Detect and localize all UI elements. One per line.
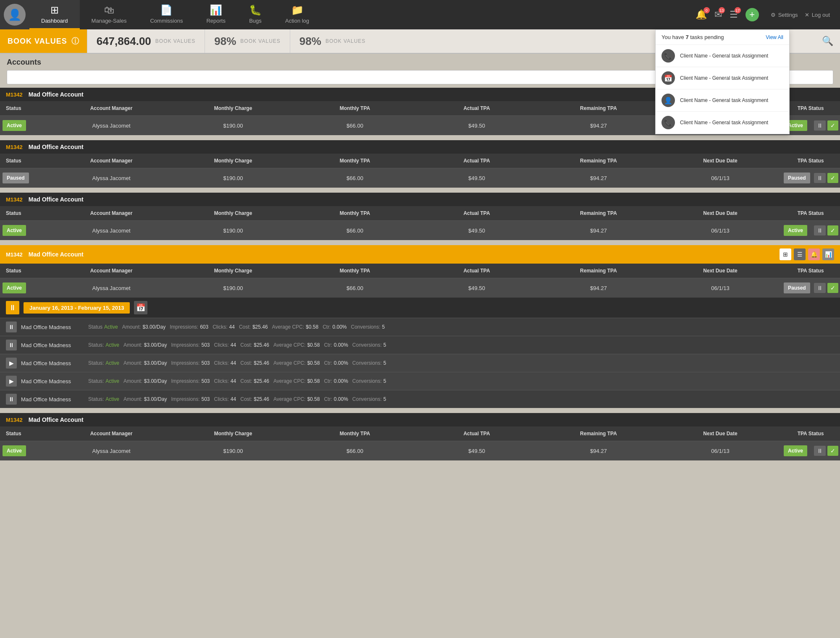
task-text-0: Client Name - General task Assignment <box>680 53 768 59</box>
user-avatar[interactable]: 👤 <box>0 0 29 29</box>
campaign-pause-btn-0[interactable]: ⏸ <box>6 322 17 332</box>
chart-btn[interactable]: 📊 <box>822 248 834 260</box>
th-actual-tpa-1: Actual TPA <box>416 156 538 165</box>
book-info-icon[interactable]: ⓘ <box>71 36 79 46</box>
th-monthly-tpa-0: Monthly TPA <box>294 104 416 113</box>
check-row-btn-1[interactable]: ✓ <box>827 173 838 183</box>
date-range-label: January 16, 2013 - February 15, 2013 <box>24 302 130 314</box>
check-row-btn-2[interactable]: ✓ <box>827 225 838 235</box>
pause-row-btn-0[interactable]: ⏸ <box>814 120 826 131</box>
dropdown-header: You have 7 tasks pending View All <box>656 30 789 45</box>
pause-row-btn-2[interactable]: ⏸ <box>814 225 826 235</box>
logout-link[interactable]: ✕ Log out <box>805 12 830 18</box>
table-header-2: Status Account Manager Monthly Charge Mo… <box>0 206 840 220</box>
th-manager-4: Account Manager <box>50 429 172 438</box>
nav-right-area: 🔔 0 ✉ 13 ☰ 17 + ⚙ Settings ✕ Log out <box>696 0 840 29</box>
th-monthly-tpa-3: Monthly TPA <box>294 266 416 275</box>
account-header-2[interactable]: M1342 Mad Office Account <box>0 193 840 206</box>
pause-row-btn-1[interactable]: ⏸ <box>814 173 826 183</box>
book-pct-2: 98% <box>299 35 321 48</box>
row-actions-0: ⏸ ✓ <box>814 120 838 131</box>
list-view-btn[interactable]: ☰ <box>794 248 806 260</box>
td-actual-tpa-0: $49.50 <box>416 116 538 135</box>
td-remaining-tpa-3: $94.27 <box>538 278 659 298</box>
accounts-list: M1342 Mad Office Account Status Account … <box>0 88 840 460</box>
campaign-name-1: Mad Office Madness <box>21 342 84 348</box>
task-item-2[interactable]: 👤 Client Name - General task Assignment <box>656 89 789 112</box>
campaign-row-0: ⏸ Mad Office Madness Status Active Amoun… <box>0 318 840 336</box>
list-icon[interactable]: ☰ 17 <box>730 9 738 20</box>
account-name-0: Mad Office Account <box>29 91 84 98</box>
check-row-btn-0[interactable]: ✓ <box>827 120 838 131</box>
th-manager-2: Account Manager <box>50 209 172 218</box>
table-header-1: Status Account Manager Monthly Charge Mo… <box>0 154 840 168</box>
nav-item-manage-sales[interactable]: 🛍 Manage-Sales <box>80 0 139 29</box>
task-item-3[interactable]: 📞 Client Name - General task Assignment <box>656 112 789 134</box>
tasks-dropdown: You have 7 tasks pending View All 📞 Clie… <box>655 29 790 134</box>
nav-item-dashboard[interactable]: ⊞ Dashboard <box>29 0 80 29</box>
nav-item-commissions[interactable]: 📄 Commissions <box>138 0 194 29</box>
top-search-button[interactable]: 🔍 <box>822 36 833 47</box>
td-tpa-status-2: Active ⏸ ✓ <box>781 221 840 240</box>
account-header-1[interactable]: M1342 Mad Office Account <box>0 140 840 154</box>
check-row-btn-4[interactable]: ✓ <box>827 446 838 456</box>
book-sub-2: BOOK VALUES <box>326 38 365 44</box>
campaign-row-4: ⏸ Mad Office Madness Status:Active Amoun… <box>0 390 840 408</box>
manage-sales-icon: 🛍 <box>104 4 114 16</box>
settings-label: Settings <box>778 12 798 18</box>
campaign-row-1: ⏸ Mad Office Madness Status: Active Amou… <box>0 336 840 354</box>
nav-item-action-log[interactable]: 📁 Action log <box>273 0 321 29</box>
grid-view-btn[interactable]: ⊞ <box>780 248 791 260</box>
date-pause-btn[interactable]: ⏸ <box>6 301 19 314</box>
td-actual-tpa-2: $49.50 <box>416 221 538 240</box>
table-header-3: Status Account Manager Monthly Charge Mo… <box>0 264 840 278</box>
th-status-3: Status <box>0 266 50 275</box>
pause-row-btn-4[interactable]: ⏸ <box>814 446 826 456</box>
td-manager-3: Alyssa Jacomet <box>50 278 172 298</box>
th-status-0: Status <box>0 104 50 113</box>
th-charge-0: Monthly Charge <box>172 104 294 113</box>
campaign-stat-conv-0: Conversions: 5 <box>351 324 385 330</box>
campaign-play-btn-3[interactable]: ▶ <box>6 376 17 387</box>
td-tpa-status-3: Paused ⏸ ✓ <box>781 278 840 298</box>
campaign-pause-btn-1[interactable]: ⏸ <box>6 340 17 350</box>
settings-link[interactable]: ⚙ Settings <box>771 12 798 18</box>
td-tpa-status-4: Active ⏸ ✓ <box>781 441 840 460</box>
campaign-pause-btn-4[interactable]: ⏸ <box>6 394 17 405</box>
email-icon[interactable]: ✉ 13 <box>714 9 722 20</box>
account-name-1: Mad Office Account <box>29 144 84 150</box>
th-status-1: Status <box>0 156 50 165</box>
alert-btn[interactable]: 🔔 <box>808 248 820 260</box>
account-header-4[interactable]: M1342 Mad Office Account <box>0 413 840 426</box>
status-badge-3: Active <box>3 282 26 293</box>
logout-icon: ✕ <box>805 12 809 18</box>
campaign-play-btn-2[interactable]: ▶ <box>6 358 17 369</box>
th-status-4: Status <box>0 429 50 438</box>
check-row-btn-3[interactable]: ✓ <box>827 283 838 293</box>
row-actions-4: ⏸ ✓ <box>814 446 838 456</box>
account-header-3[interactable]: M1342 Mad Office Account ⊞ ☰ 🔔 📊 <box>0 245 840 264</box>
campaign-stat-clicks-0: Clicks: 44 <box>213 324 235 330</box>
td-monthly-tpa-2: $66.00 <box>294 221 416 240</box>
nav-item-reports[interactable]: 📊 Reports <box>194 0 237 29</box>
date-cal-btn[interactable]: 📅 <box>134 301 147 314</box>
th-remaining-tpa-2: Remaining TPA <box>538 209 659 218</box>
th-charge-1: Monthly Charge <box>172 156 294 165</box>
th-manager-0: Account Manager <box>50 104 172 113</box>
task-item-1[interactable]: 📅 Client Name - General task Assignment <box>656 67 789 89</box>
pause-row-btn-3[interactable]: ⏸ <box>814 283 826 293</box>
tpa-status-badge-1: Paused <box>784 173 810 183</box>
book-sub-0: BOOK VALUES <box>155 38 195 44</box>
td-remaining-tpa-1: $94.27 <box>538 168 659 188</box>
nav-item-bugs[interactable]: 🐛 Bugs <box>237 0 273 29</box>
view-all-link[interactable]: View All <box>766 34 783 40</box>
notification-bell[interactable]: 🔔 0 <box>696 9 707 20</box>
top-nav: 👤 ⊞ Dashboard 🛍 Manage-Sales 📄 Commissio… <box>0 0 840 29</box>
task-item-0[interactable]: 📞 Client Name - General task Assignment <box>656 45 789 67</box>
nav-label-dashboard: Dashboard <box>41 18 68 24</box>
th-next-due-1: Next Due Date <box>659 156 781 165</box>
add-button[interactable]: + <box>746 8 759 21</box>
td-remaining-tpa-0: $94.27 <box>538 116 659 135</box>
th-charge-2: Monthly Charge <box>172 209 294 218</box>
table-row-2: Active Alyssa Jacomet $190.00 $66.00 $49… <box>0 220 840 240</box>
